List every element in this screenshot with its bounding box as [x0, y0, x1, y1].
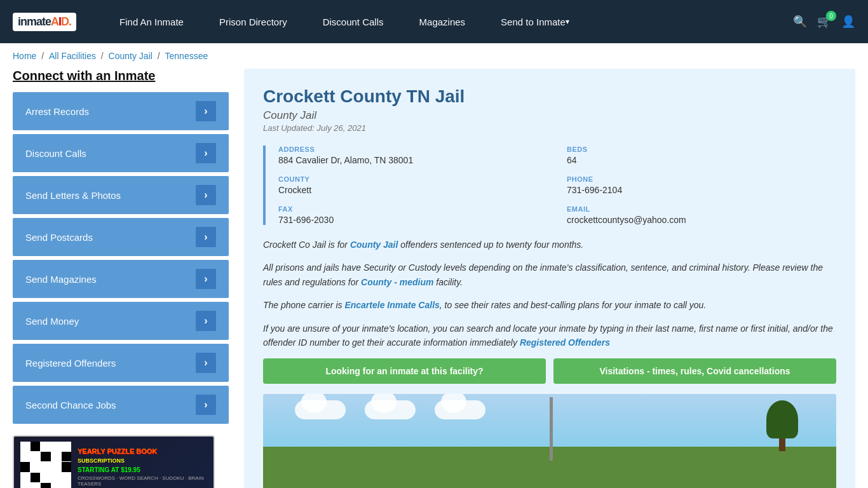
county-jail-link[interactable]: County Jail	[350, 240, 398, 250]
sidebar-item-send-money[interactable]: Send Money ›	[13, 302, 229, 340]
desc-paragraph-1: Crockett Co Jail is for County Jail offe…	[263, 238, 836, 252]
address-value: 884 Cavalier Dr, Alamo, TN 38001	[278, 155, 548, 165]
description-section: Crockett Co Jail is for County Jail offe…	[263, 238, 836, 349]
search-button[interactable]: 🔍	[793, 15, 807, 29]
sidebar-label: Arrest Records	[25, 106, 89, 117]
crossword-image	[20, 442, 71, 488]
photo-clouds	[295, 400, 485, 419]
sidebar-label: Send Letters & Photos	[25, 190, 121, 201]
info-section: ADDRESS 884 Cavalier Dr, Alamo, TN 38001…	[263, 146, 836, 225]
nav-prison-directory[interactable]: Prison Directory	[201, 0, 305, 43]
chevron-right-icon: ›	[196, 143, 216, 163]
chevron-right-icon: ›	[196, 227, 216, 247]
address-label: ADDRESS	[278, 146, 548, 153]
chevron-right-icon: ›	[196, 353, 216, 373]
cart-badge: 0	[826, 11, 836, 21]
sidebar-menu: Arrest Records › Discount Calls › Send L…	[13, 92, 229, 424]
sidebar-item-registered-offenders[interactable]: Registered Offenders ›	[13, 344, 229, 382]
tree	[766, 400, 798, 451]
breadcrumb: Home / All Facilities / County Jail / Te…	[0, 43, 868, 69]
email-label: EMAIL	[567, 205, 836, 213]
nav-magazines[interactable]: Magazines	[402, 0, 484, 43]
desc-paragraph-4: If you are unsure of your inmate's locat…	[263, 322, 836, 350]
county-label: COUNTY	[278, 175, 548, 183]
info-grid: ADDRESS 884 Cavalier Dr, Alamo, TN 38001…	[278, 146, 836, 225]
nav-find-inmate[interactable]: Find An Inmate	[102, 0, 201, 43]
nav-links: Find An Inmate Prison Directory Discount…	[102, 0, 793, 43]
sidebar-title: Connect with an Inmate	[13, 69, 229, 83]
desc-paragraph-3: The phone carrier is Encartele Inmate Ca…	[263, 298, 836, 312]
sidebar-item-arrest-records[interactable]: Arrest Records ›	[13, 92, 229, 130]
breadcrumb-county-jail[interactable]: County Jail	[109, 51, 153, 61]
beds-value: 64	[567, 155, 836, 165]
main-nav: inmateAID. Find An Inmate Prison Directo…	[0, 0, 868, 43]
beds-block: BEDS 64	[567, 146, 836, 165]
ad-price: STARTING AT $19.95	[78, 466, 207, 473]
breadcrumb-tennessee[interactable]: Tennessee	[165, 51, 208, 61]
ad-text: YEARLY PUZZLE BOOK SUBSCRIPTIONS STARTIN…	[78, 447, 207, 486]
sidebar-label: Registered Offenders	[25, 358, 116, 369]
email-block: EMAIL crockettcountyso@yahoo.com	[567, 205, 836, 225]
sidebar-item-send-letters[interactable]: Send Letters & Photos ›	[13, 176, 229, 214]
email-value: crockettcountyso@yahoo.com	[567, 215, 836, 225]
logo-text: inmateAID.	[13, 13, 76, 31]
ad-banner[interactable]: YEARLY PUZZLE BOOK SUBSCRIPTIONS STARTIN…	[13, 435, 215, 488]
ad-types: CROSSWORDS · WORD SEARCH · SUDOKU · BRAI…	[78, 475, 207, 487]
facility-photo	[263, 394, 836, 488]
county-medium-link[interactable]: County - medium	[361, 277, 433, 287]
chevron-right-icon: ›	[196, 395, 216, 415]
chevron-right-icon: ›	[196, 311, 216, 331]
sidebar-item-send-postcards[interactable]: Send Postcards ›	[13, 218, 229, 256]
sidebar-label: Send Magazines	[25, 274, 97, 285]
fax-block: FAX 731-696-2030	[278, 205, 548, 225]
main-content: Crockett County TN Jail County Jail Last…	[244, 69, 855, 488]
nav-send-to-inmate[interactable]: Send to Inmate	[483, 0, 587, 43]
fax-label: FAX	[278, 205, 548, 213]
visitation-button[interactable]: Visitations - times, rules, Covid cancel…	[553, 358, 836, 384]
facility-updated: Last Updated: July 26, 2021	[263, 123, 836, 133]
page-layout: Connect with an Inmate Arrest Records › …	[0, 69, 868, 488]
logo[interactable]: inmateAID.	[13, 13, 76, 31]
account-button[interactable]: 👤	[841, 15, 855, 29]
cloud-1	[295, 400, 346, 419]
sidebar-label: Send Money	[25, 316, 79, 327]
action-buttons: Looking for an inmate at this facility? …	[263, 358, 836, 384]
facility-title: Crockett County TN Jail	[263, 86, 836, 107]
sidebar-label: Second Chance Jobs	[25, 400, 116, 410]
ad-title: YEARLY PUZZLE BOOK	[78, 447, 207, 456]
chevron-right-icon: ›	[196, 101, 216, 121]
cloud-3	[435, 400, 485, 419]
nav-discount-calls[interactable]: Discount Calls	[305, 0, 402, 43]
phone-block: PHONE 731-696-2104	[567, 175, 836, 195]
cart-button[interactable]: 🛒 0	[817, 15, 831, 29]
sidebar-item-second-chance-jobs[interactable]: Second Chance Jobs ›	[13, 386, 229, 424]
phone-label: PHONE	[567, 175, 836, 183]
breadcrumb-home[interactable]: Home	[13, 51, 36, 61]
nav-icons: 🔍 🛒 0 👤	[793, 15, 855, 29]
sidebar-item-send-magazines[interactable]: Send Magazines ›	[13, 260, 229, 298]
light-pole	[550, 397, 553, 461]
find-inmate-button[interactable]: Looking for an inmate at this facility?	[263, 358, 546, 384]
county-value: Crockett	[278, 185, 548, 195]
county-block: COUNTY Crockett	[278, 175, 548, 195]
beds-label: BEDS	[567, 146, 836, 153]
sidebar-label: Send Postcards	[25, 232, 93, 243]
cloud-2	[365, 400, 416, 419]
encartele-link[interactable]: Encartele Inmate Calls	[344, 300, 439, 310]
sidebar: Connect with an Inmate Arrest Records › …	[13, 69, 229, 488]
chevron-right-icon: ›	[196, 185, 216, 205]
ad-subtitle: SUBSCRIPTIONS	[78, 458, 207, 464]
sidebar-label: Discount Calls	[25, 148, 86, 159]
registered-offenders-link[interactable]: Registered Offenders	[520, 337, 610, 348]
desc-paragraph-2: All prisons and jails have Security or C…	[263, 261, 836, 289]
tree-top	[766, 400, 798, 438]
phone-value: 731-696-2104	[567, 185, 836, 195]
sidebar-item-discount-calls[interactable]: Discount Calls ›	[13, 134, 229, 172]
facility-type: County Jail	[263, 109, 836, 122]
chevron-right-icon: ›	[196, 269, 216, 289]
breadcrumb-all-facilities[interactable]: All Facilities	[49, 51, 96, 61]
address-block: ADDRESS 884 Cavalier Dr, Alamo, TN 38001	[278, 146, 548, 165]
fax-value: 731-696-2030	[278, 215, 548, 225]
